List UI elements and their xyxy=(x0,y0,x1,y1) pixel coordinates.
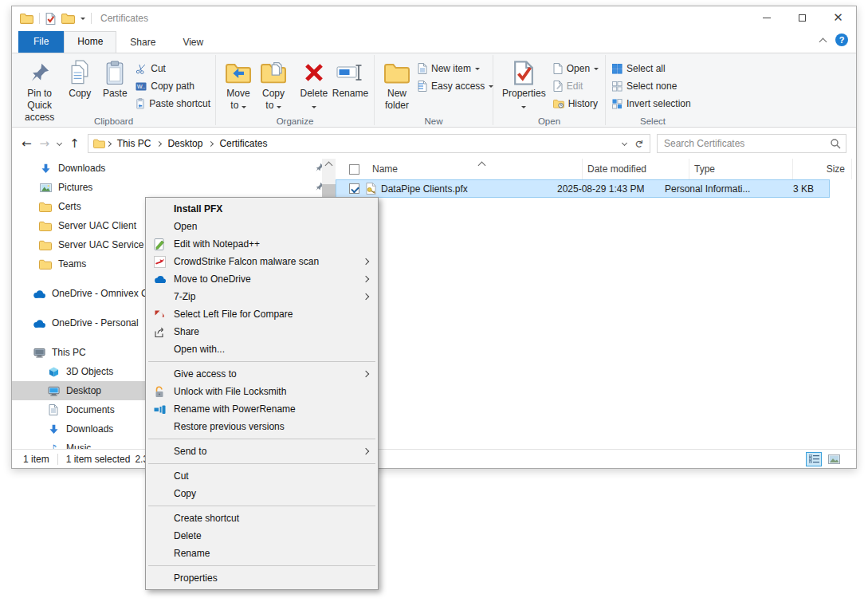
menu-item-create-shortcut[interactable]: Create shortcut xyxy=(146,510,378,527)
history-icon xyxy=(553,99,564,108)
notepad-plus-plus-icon xyxy=(151,238,167,250)
breadcrumb-this-pc[interactable]: This PC xyxy=(112,138,156,149)
properties-icon xyxy=(513,59,534,86)
select-none-button[interactable]: Select none xyxy=(612,78,691,94)
breadcrumb-desktop[interactable]: Desktop xyxy=(163,138,207,149)
large-icons-view-button[interactable] xyxy=(826,452,842,466)
paste-button[interactable]: Paste xyxy=(97,56,132,101)
up-button[interactable]: ↑ xyxy=(69,136,80,151)
menu-item-copy[interactable]: Copy xyxy=(146,485,378,502)
refresh-icon[interactable]: ↻ xyxy=(633,140,645,148)
column-header-date-modified[interactable]: Date modified xyxy=(583,159,689,179)
menu-item-send-to[interactable]: Send to xyxy=(146,443,378,460)
breadcrumb-certificates[interactable]: Certificates xyxy=(214,138,272,149)
pin-to-quick-access-button[interactable]: Pin to Quickaccess xyxy=(17,56,62,125)
properties-button[interactable]: Properties xyxy=(498,56,550,113)
menu-item-delete[interactable]: Delete xyxy=(146,527,378,545)
recent-locations-icon[interactable] xyxy=(57,140,62,145)
sidebar-item-label: Teams xyxy=(58,258,86,270)
qat-customize-dropdown-icon[interactable] xyxy=(81,18,85,20)
menu-item-restore-previous-versions[interactable]: Restore previous versions xyxy=(146,418,378,435)
paste-icon xyxy=(104,59,125,86)
breadcrumb-chevron-icon xyxy=(156,140,162,146)
paste-shortcut-button[interactable]: Paste shortcut xyxy=(136,96,210,112)
downloads-icon xyxy=(38,163,53,174)
menu-item-edit-with-notepad[interactable]: Edit with Notepad++ xyxy=(146,235,378,253)
documents-icon xyxy=(46,404,61,415)
column-header-size[interactable]: Size xyxy=(793,159,852,179)
sidebar-item-label: Server UAC Client xyxy=(58,220,136,231)
help-icon[interactable]: ? xyxy=(835,33,848,46)
group-label-organize: Organize xyxy=(216,116,374,126)
menu-item-give-access-to[interactable]: Give access to xyxy=(146,365,378,383)
tab-home[interactable]: Home xyxy=(64,31,116,53)
delete-button[interactable]: Delete xyxy=(297,56,332,113)
tab-view[interactable]: View xyxy=(169,33,217,53)
collapse-ribbon-icon[interactable] xyxy=(819,37,827,45)
copy-button[interactable]: Copy xyxy=(62,56,97,101)
select-all-button[interactable]: Select all xyxy=(612,61,691,77)
menu-item-unlock-file-locksmith[interactable]: Unlock with File Locksmith xyxy=(146,383,378,400)
menu-item-open-with[interactable]: Open with... xyxy=(146,340,378,358)
submenu-arrow-icon xyxy=(363,293,369,300)
address-bar[interactable]: This PC Desktop Certificates ↻ xyxy=(88,134,650,153)
menu-item-select-left-file-compare[interactable]: Select Left File for Compare xyxy=(146,305,378,323)
column-header-name[interactable]: Name xyxy=(367,159,583,179)
easy-access-button[interactable]: Easy access xyxy=(418,78,493,94)
ribbon-group-clipboard: Pin to Quickaccess Copy Paste xyxy=(12,53,215,127)
address-folder-icon xyxy=(93,139,105,148)
cut-button[interactable]: Cut xyxy=(136,61,210,77)
new-item-button[interactable]: New item xyxy=(418,61,493,77)
search-icon[interactable] xyxy=(830,138,841,149)
certificate-file-icon xyxy=(363,183,378,195)
copy-to-button[interactable]: Copyto xyxy=(256,56,291,113)
sidebar-item-downloads[interactable]: Downloads xyxy=(12,159,336,178)
close-button[interactable]: ✕ xyxy=(820,6,856,30)
menu-item-rename[interactable]: Rename xyxy=(146,545,378,562)
invert-selection-button[interactable]: Invert selection xyxy=(612,96,691,112)
details-view-button[interactable] xyxy=(806,452,822,466)
history-button[interactable]: History xyxy=(553,96,599,112)
copy-path-button[interactable]: W.. Copy path xyxy=(136,78,210,94)
group-label-select: Select xyxy=(606,116,700,126)
menu-item-7zip[interactable]: 7-Zip xyxy=(146,288,378,305)
new-folder-button[interactable]: Newfolder xyxy=(379,56,414,113)
sidebar-item-label: Pictures xyxy=(58,182,92,193)
column-header-type[interactable]: Type xyxy=(689,159,793,179)
menu-item-share[interactable]: Share xyxy=(146,323,378,340)
tab-share[interactable]: Share xyxy=(116,33,169,53)
folder-icon xyxy=(38,259,53,270)
scroll-up-icon[interactable] xyxy=(325,162,333,170)
file-row-datapipe-clients[interactable]: DataPipe Clients.pfx 2025-08-29 1:43 PM … xyxy=(336,179,830,198)
search-box[interactable] xyxy=(657,134,846,153)
invert-selection-icon xyxy=(612,99,623,109)
search-input[interactable] xyxy=(664,138,830,149)
menu-item-properties[interactable]: Properties xyxy=(146,569,378,587)
sidebar-item-label: OneDrive - Personal xyxy=(52,317,139,329)
select-all-checkbox[interactable] xyxy=(349,164,359,175)
back-button[interactable]: ← xyxy=(22,136,32,151)
menu-item-crowdstrike-scan[interactable]: CrowdStrike Falcon malware scan xyxy=(146,253,378,270)
explorer-window: Certificates ✕ File Home Share View ? Pi… xyxy=(11,6,857,469)
menu-item-install-pfx[interactable]: Install PFX xyxy=(146,200,378,218)
open-button[interactable]: Open xyxy=(553,61,599,77)
cut-scissors-icon xyxy=(136,63,147,74)
move-to-button[interactable]: Moveto xyxy=(221,56,256,113)
sidebar-item-label: Server UAC Service xyxy=(58,239,143,250)
qat-properties-icon[interactable] xyxy=(45,13,56,25)
menu-item-open[interactable]: Open xyxy=(146,218,378,235)
qat-new-folder-icon[interactable] xyxy=(61,13,75,24)
menu-item-cut[interactable]: Cut xyxy=(146,467,378,485)
menu-item-move-to-onedrive[interactable]: Move to OneDrive xyxy=(146,270,378,288)
rename-button[interactable]: Rename xyxy=(332,56,369,101)
sidebar-item-pictures[interactable]: Pictures xyxy=(12,178,336,197)
maximize-button[interactable] xyxy=(784,6,820,30)
address-dropdown-icon[interactable] xyxy=(622,140,627,145)
group-label-new: New xyxy=(375,116,493,126)
file-size: 3 KB xyxy=(768,183,820,195)
row-checkbox[interactable] xyxy=(349,183,359,194)
downloads-icon xyxy=(46,424,61,435)
tab-file[interactable]: File xyxy=(18,31,64,53)
menu-item-rename-with-powerrename[interactable]: Rename with PowerRename xyxy=(146,400,378,418)
minimize-button[interactable] xyxy=(748,6,784,30)
